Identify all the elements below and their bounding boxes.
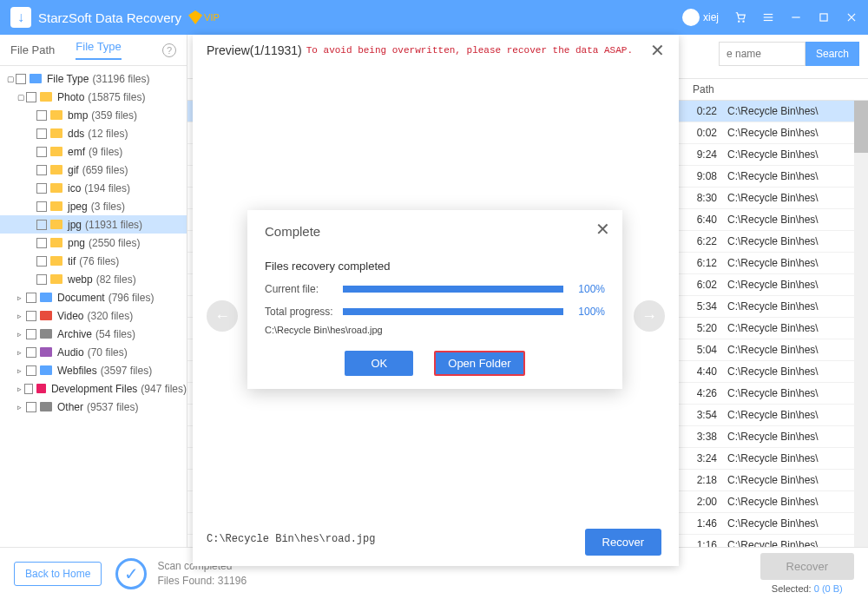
- preview-next-icon[interactable]: →: [634, 300, 665, 332]
- tree-item[interactable]: jpg(11931 files): [0, 215, 187, 234]
- back-to-home-button[interactable]: Back to Home: [14, 562, 102, 586]
- folder-icon: [50, 183, 62, 193]
- search-button[interactable]: Search: [806, 42, 859, 66]
- svg-rect-6: [820, 14, 827, 21]
- tree-category[interactable]: ▹Development Files(947 files): [0, 379, 187, 398]
- tree-category[interactable]: ▹Webfiles(3597 files): [0, 361, 187, 379]
- current-file-label: Current file:: [265, 283, 343, 295]
- folder-icon: [36, 384, 46, 393]
- folder-icon: [40, 347, 52, 357]
- folder-icon: [50, 220, 62, 229]
- ok-button[interactable]: OK: [345, 351, 413, 376]
- preview-prev-icon[interactable]: ←: [207, 300, 238, 332]
- folder-icon: [50, 128, 62, 138]
- tree-root[interactable]: ▢ File Type(31196 files): [0, 69, 187, 88]
- tree-item[interactable]: tif(76 files): [0, 252, 187, 270]
- dialog-subtitle: Files recovery completed: [265, 260, 605, 273]
- folder-icon: [40, 402, 52, 411]
- folder-icon: [50, 274, 62, 284]
- dialog-close-icon[interactable]: ✕: [595, 219, 610, 240]
- minimize-icon[interactable]: [790, 11, 802, 23]
- selected-info: Selected: 0 (0 B): [760, 583, 854, 594]
- folder-icon: [50, 147, 62, 156]
- tree-item[interactable]: jpeg(3 files): [0, 197, 187, 215]
- maximize-icon[interactable]: [818, 11, 830, 23]
- app-title: StarzSoft Data Recovery: [38, 10, 181, 25]
- svg-point-0: [739, 21, 740, 22]
- folder-icon: [40, 329, 52, 339]
- folder-icon: [50, 110, 62, 120]
- check-circle-icon: ✓: [115, 558, 147, 589]
- scrollbar-thumb[interactable]: [854, 101, 868, 153]
- folder-icon: [40, 293, 52, 302]
- tree-category[interactable]: ▹Video(320 files): [0, 306, 187, 325]
- total-progress-label: Total progress:: [265, 306, 343, 318]
- tree-photo[interactable]: ▢ Photo(15875 files): [0, 88, 187, 106]
- tree-item[interactable]: dds(12 files): [0, 124, 187, 142]
- tree-category[interactable]: ▹Archive(54 files): [0, 325, 187, 343]
- tree-category[interactable]: ▹Other(9537 files): [0, 398, 187, 416]
- complete-dialog: Complete ✕ Files recovery completed Curr…: [247, 210, 622, 389]
- dialog-path: C:\Recycle Bin\hes\road.jpg: [265, 325, 605, 335]
- diamond-icon: [188, 10, 202, 24]
- folder-icon: [50, 256, 62, 266]
- current-progress-bar: [343, 286, 563, 293]
- sidebar: File Path File Type ? ▢ File Type(31196 …: [0, 35, 187, 547]
- vip-badge[interactable]: VIP: [188, 10, 220, 24]
- help-icon[interactable]: ?: [162, 43, 176, 57]
- tree-item[interactable]: emf(9 files): [0, 142, 187, 161]
- user-avatar-icon[interactable]: xiej: [682, 9, 719, 26]
- tree-category[interactable]: ▹Document(796 files): [0, 288, 187, 306]
- sidebar-tabs: File Path File Type ?: [0, 35, 187, 66]
- preview-recover-button[interactable]: Recover: [585, 529, 661, 556]
- menu-icon[interactable]: [762, 11, 774, 23]
- current-percent: 100%: [570, 283, 605, 295]
- preview-close-icon[interactable]: ✕: [650, 40, 665, 61]
- folder-icon: [40, 365, 52, 375]
- folder-icon: [50, 201, 62, 211]
- recover-button[interactable]: Recover: [760, 553, 854, 580]
- total-percent: 100%: [570, 306, 605, 318]
- files-found: Files Found: 31196: [157, 574, 247, 589]
- preview-title: Preview(1/11931): [207, 43, 302, 57]
- tree-item[interactable]: webp(82 files): [0, 270, 187, 288]
- file-tree: ▢ File Type(31196 files) ▢ Photo(15875 f…: [0, 66, 187, 547]
- folder-icon: [50, 165, 62, 174]
- close-icon[interactable]: [845, 11, 858, 23]
- search-input[interactable]: [719, 42, 806, 66]
- open-folder-button[interactable]: Open Folder: [434, 351, 524, 376]
- scrollbar[interactable]: [854, 101, 868, 547]
- tree-category[interactable]: ▹Audio(70 files): [0, 343, 187, 361]
- folder-icon: [40, 92, 52, 102]
- total-progress-bar: [343, 308, 563, 315]
- cart-icon[interactable]: [734, 11, 746, 23]
- svg-point-1: [743, 21, 744, 22]
- tree-item[interactable]: bmp(359 files): [0, 106, 187, 124]
- dialog-title: Complete: [265, 224, 605, 239]
- folder-icon: [40, 311, 52, 320]
- column-path[interactable]: Path: [682, 83, 868, 95]
- tree-item[interactable]: gif(659 files): [0, 161, 187, 179]
- app-logo-icon: ↓: [10, 7, 31, 28]
- folder-icon: [30, 74, 42, 83]
- tree-item[interactable]: png(2550 files): [0, 234, 187, 252]
- folder-icon: [50, 238, 62, 247]
- preview-warning: To avoid being overwritten, please recov…: [306, 45, 633, 56]
- tab-file-path[interactable]: File Path: [10, 43, 55, 56]
- preview-file-path: C:\Recycle Bin\hes\road.jpg: [207, 533, 375, 545]
- tab-file-type[interactable]: File Type: [76, 40, 122, 60]
- titlebar: ↓ StarzSoft Data Recovery VIP xiej: [0, 0, 868, 35]
- tree-item[interactable]: ico(194 files): [0, 179, 187, 197]
